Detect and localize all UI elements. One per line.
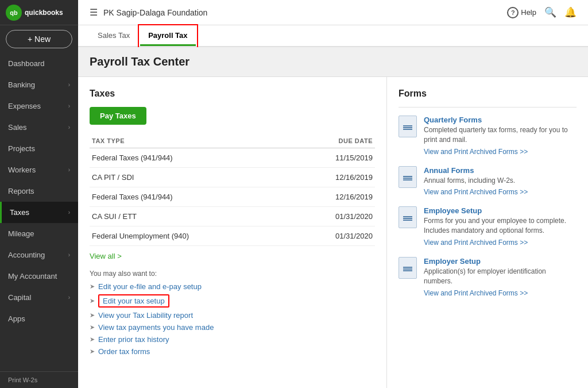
taxes-section-title: Taxes [90,89,375,99]
sidebar-item-label: Projects [8,144,35,153]
help-button[interactable]: ? Help [507,7,536,18]
due-date-cell: 01/31/2020 [292,226,375,246]
form-archive-link[interactable]: View and Print Archived Forms >> [424,188,528,196]
sidebar-item-projects[interactable]: Projects [0,138,78,159]
form-document-icon [399,166,417,188]
form-title[interactable]: Employer Setup [424,257,577,266]
sidebar-item-dashboard[interactable]: Dashboard [0,53,78,74]
tab-sales-tax[interactable]: Sales Tax [90,26,138,46]
sidebar-item-expenses[interactable]: Expenses › [0,95,78,117]
sidebar-item-taxes[interactable]: Taxes › [0,202,78,223]
sidebar-item-sales[interactable]: Sales › [0,117,78,138]
form-title[interactable]: Quarterly Forms [424,116,577,124]
qb-logo-text: quickbooks [25,9,63,17]
form-content: Employee Setup Forms for you and your em… [424,206,577,247]
sidebar-item-label: Reports [8,187,34,195]
tab-bar: Sales Tax Payroll Tax [78,25,588,47]
quick-link[interactable]: Edit your e-file and e-pay setup [98,282,202,291]
sidebar-item-label: My Accountant [8,272,57,281]
page-title: Payroll Tax Center [78,47,588,77]
arrow-icon: ➤ [90,336,95,343]
company-name: PK Sagip-Dalaga Foundation [103,8,207,17]
form-description: Forms for you and your employee to compl… [424,216,577,236]
form-content: Employer Setup Application(s) for employ… [424,257,577,297]
sidebar-item-banking[interactable]: Banking › [0,74,78,95]
form-archive-link[interactable]: View and Print Archived Forms >> [424,289,528,297]
quick-links-list: ➤ Edit your e-file and e-pay setup ➤ Edi… [90,282,375,356]
form-archive-link[interactable]: View and Print Archived Forms >> [424,239,528,247]
sidebar-item-accounting[interactable]: Accounting › [0,244,78,266]
quick-link[interactable]: Edit your tax setup [98,294,169,308]
list-item: ➤ Edit your tax setup [90,294,375,308]
table-row: Federal Unemployment (940) 01/31/2020 [90,226,375,246]
sidebar-item-label: Dashboard [8,59,45,68]
view-all-link[interactable]: View all > [90,252,122,260]
chevron-right-icon: › [68,252,70,258]
header-right: ? Help 🔍 🔔 [507,6,577,18]
sidebar-item-reports[interactable]: Reports [0,180,78,202]
form-item: Quarterly Forms Completed quarterly tax … [399,116,577,156]
list-item: ➤ Enter prior tax history [90,335,375,344]
quick-link[interactable]: View your Tax Liability report [98,311,193,320]
sidebar-item-label: Workers [8,166,36,174]
list-item: ➤ View your Tax Liability report [90,311,375,320]
arrow-icon: ➤ [90,312,95,319]
due-date-cell: 12/16/2019 [292,168,375,187]
quick-link[interactable]: Order tax forms [98,347,150,356]
quick-link[interactable]: Enter prior tax history [98,335,169,344]
due-date-header: DUE DATE [292,134,375,148]
table-row: CA SUI / ETT 01/31/2020 [90,207,375,226]
form-document-icon [399,257,417,279]
tax-type-cell: CA PIT / SDI [90,168,292,187]
form-title[interactable]: Annual Forms [424,166,528,175]
sidebar-item-my-accountant[interactable]: My Accountant [0,266,78,287]
arrow-icon: ➤ [90,348,95,355]
content-area: Taxes Pay Taxes TAX TYPE DUE DATE Federa… [78,77,588,388]
sidebar-footer-print-w2[interactable]: Print W-2s [0,371,78,388]
list-item: ➤ Order tax forms [90,347,375,356]
sidebar-item-workers[interactable]: Workers › [0,159,78,180]
sidebar-item-label: Apps [8,314,25,323]
sidebar: qb quickbooks + New Dashboard Banking › … [0,0,78,388]
help-label: Help [521,8,536,17]
form-title[interactable]: Employee Setup [424,206,577,215]
bell-icon[interactable]: 🔔 [564,6,577,18]
pay-taxes-button[interactable]: Pay Taxes [90,107,146,125]
new-button[interactable]: + New [6,30,72,48]
tax-type-cell: Federal Taxes (941/944) [90,148,292,168]
table-row: Federal Taxes (941/944) 11/15/2019 [90,148,375,168]
taxes-panel: Taxes Pay Taxes TAX TYPE DUE DATE Federa… [78,77,387,388]
forms-section-title: Forms [399,89,577,99]
form-item: Employer Setup Application(s) for employ… [399,257,577,297]
help-icon: ? [507,7,519,18]
main-content: ☰ PK Sagip-Dalaga Foundation ? Help 🔍 🔔 … [78,0,588,388]
arrow-icon: ➤ [90,324,95,331]
list-item: ➤ Edit your e-file and e-pay setup [90,282,375,291]
quickbooks-logo: qb quickbooks [6,5,63,21]
hamburger-icon[interactable]: ☰ [90,7,98,18]
tab-payroll-tax[interactable]: Payroll Tax [140,26,195,46]
sidebar-item-capital[interactable]: Capital › [0,287,78,308]
quick-link[interactable]: View tax payments you have made [98,323,214,332]
forms-divider [399,107,577,107]
forms-panel: Forms Quarterly Forms Completed quarterl… [387,77,588,388]
form-archive-link[interactable]: View and Print Archived Forms >> [424,148,528,156]
top-header: ☰ PK Sagip-Dalaga Foundation ? Help 🔍 🔔 [78,0,588,25]
qb-logo-icon: qb [6,5,22,21]
header-left: ☰ PK Sagip-Dalaga Foundation [90,7,207,18]
sidebar-item-label: Accounting [8,251,45,259]
due-date-cell: 11/15/2019 [292,148,375,168]
sidebar-item-apps[interactable]: Apps [0,308,78,329]
may-also-text: You may also want to: [90,270,375,278]
arrow-icon: ➤ [90,297,95,305]
tax-type-header: TAX TYPE [90,134,292,148]
form-description: Annual forms, including W-2s. [424,176,528,186]
form-item: Employee Setup Forms for you and your em… [399,206,577,247]
table-row: Federal Taxes (941/944) 12/16/2019 [90,187,375,207]
sidebar-item-mileage[interactable]: Mileage [0,223,78,244]
chevron-right-icon: › [68,103,70,109]
search-icon[interactable]: 🔍 [544,6,556,18]
sidebar-item-label: Mileage [8,229,34,238]
table-row: CA PIT / SDI 12/16/2019 [90,168,375,187]
form-content: Quarterly Forms Completed quarterly tax … [424,116,577,156]
